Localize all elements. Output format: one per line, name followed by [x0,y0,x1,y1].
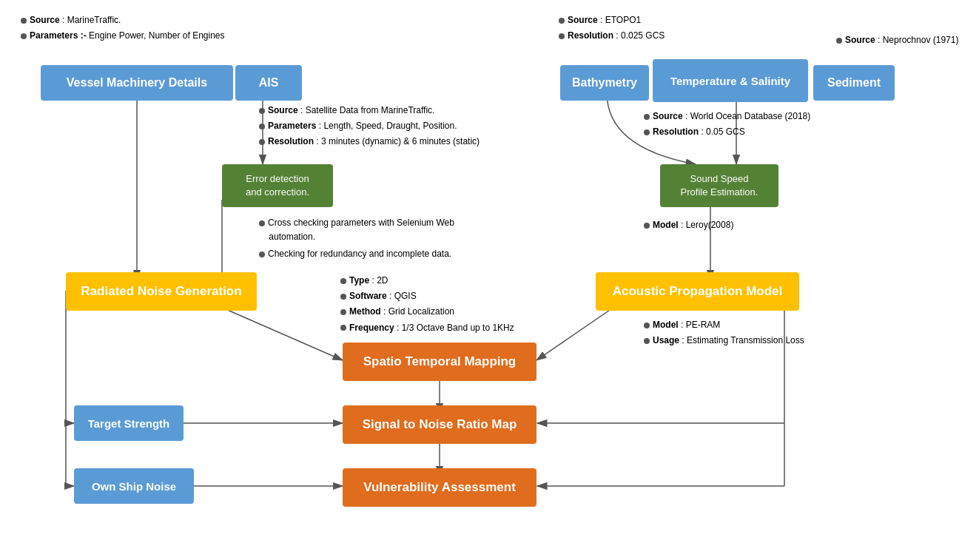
radiated-noise-box: Radiated Noise Generation [66,272,257,311]
bathymetry-label: Bathymetry [572,76,637,90]
acoustic-propagation-box: Acoustic Propagation Model [596,272,799,311]
target-strength-box: Target Strength [74,405,184,441]
bathymetry-box: Bathymetry [560,65,649,101]
sediment-label: Sediment [827,76,881,90]
spatio-temporal-label: Spatio Temporal Mapping [363,354,517,369]
own-ship-noise-label: Own Ship Noise [92,480,176,493]
ais-label: AIS [259,76,279,90]
error-detection-label: Error detectionand correction. [246,172,309,199]
acoustic-propagation-label: Acoustic Propagation Model [613,284,783,299]
target-strength-label: Target Strength [88,417,170,430]
ais-info: Source : Satellite Data from MarineTraff… [259,104,480,149]
snr-map-box: Signal to Noise Ratio Map [343,405,536,444]
sound-speed-box: Sound SpeedProfile Estimation. [660,164,778,207]
temp-salinity-info: Source : World Ocean Database (2018) Res… [644,109,810,139]
own-ship-noise-box: Own Ship Noise [74,468,194,504]
ais-box: AIS [235,65,302,101]
info-bathymetry-source: Source : ETOPO1 Resolution : 0.025 GCS [559,13,665,43]
radiated-noise-label: Radiated Noise Generation [81,284,241,299]
error-detection-box: Error detectionand correction. [222,164,333,207]
temp-salinity-label: Temperature & Salinity [670,75,790,87]
model-leroy-info: Model : Leroy(2008) [644,218,733,232]
info-sediment-source: Source : Neprochnov (1971) [836,33,958,47]
info-vessel-source: Source : MarineTraffic. Parameters :- En… [21,13,225,43]
diagram-container: Source : MarineTraffic. Parameters :- En… [0,0,962,560]
error-detection-bullets: Cross checking parameters with Selenium … [259,216,454,262]
sediment-box: Sediment [813,65,895,101]
vessel-machinery-label: Vessel Machinery Details [67,76,207,90]
sound-speed-label: Sound SpeedProfile Estimation. [681,172,758,199]
snr-map-label: Signal to Noise Ratio Map [363,417,517,432]
vessel-machinery-box: Vessel Machinery Details [41,65,233,101]
temp-salinity-box: Temperature & Salinity [653,59,808,102]
model-peram-info: Model : PE-RAM Usage : Estimating Transm… [644,318,804,348]
vulnerability-label: Vulnerability Assessment [363,480,516,495]
spatio-temporal-info: Type : 2D Software : QGIS Method : Grid … [340,274,514,335]
spatio-temporal-box: Spatio Temporal Mapping [343,343,536,381]
vulnerability-box: Vulnerability Assessment [343,468,536,507]
